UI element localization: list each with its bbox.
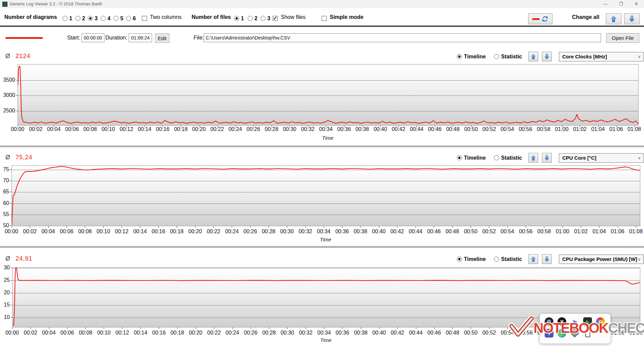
x-axis-tick bbox=[199, 126, 199, 127]
x-axis-tick bbox=[636, 226, 636, 228]
x-axis-tick bbox=[195, 226, 196, 228]
x-axis-tick bbox=[126, 126, 127, 127]
x-axis-label: 00:38 bbox=[353, 229, 368, 235]
x-axis-label: 00:16 bbox=[151, 229, 166, 235]
x-axis-label: 00:44 bbox=[408, 330, 424, 336]
x-axis-tick bbox=[417, 126, 417, 127]
x-axis-label: 00:18 bbox=[169, 229, 184, 235]
x-axis-label: 00:02 bbox=[23, 330, 38, 336]
x-axis-label: 00:28 bbox=[261, 229, 276, 235]
notebookcheck-logo-icon bbox=[509, 316, 534, 340]
x-axis-label: 00:48 bbox=[445, 330, 460, 336]
y-axis-label: 2500 bbox=[0, 108, 15, 114]
x-axis-tick bbox=[253, 126, 254, 127]
x-axis-tick bbox=[453, 126, 453, 127]
y-axis-tick bbox=[10, 169, 11, 170]
y-axis-label: 30 bbox=[0, 265, 10, 271]
x-axis-label: 00:04 bbox=[41, 330, 57, 336]
x-axis-tick bbox=[416, 226, 416, 228]
x-axis-tick bbox=[272, 126, 272, 127]
x-axis-tick bbox=[616, 126, 617, 127]
x-axis-tick bbox=[122, 327, 123, 329]
x-axis-tick bbox=[163, 126, 163, 127]
x-axis-label: 00:40 bbox=[371, 229, 387, 235]
x-axis-label: 00:34 bbox=[316, 229, 331, 235]
x-axis-tick bbox=[416, 327, 416, 329]
x-axis-tick bbox=[471, 126, 471, 127]
x-axis-tick bbox=[12, 327, 13, 329]
x-axis-label: 00:42 bbox=[389, 229, 405, 235]
x-axis-label: 00:32 bbox=[298, 229, 313, 235]
x-axis-tick bbox=[362, 126, 363, 127]
x-axis-tick bbox=[11, 226, 12, 228]
x-axis-label: 00:28 bbox=[261, 330, 277, 336]
notebookcheck-watermark: NOTEBOOKCHECK bbox=[509, 316, 644, 340]
x-axis-label: 01:02 bbox=[573, 229, 589, 235]
y-axis-tick bbox=[10, 317, 12, 318]
x-axis-tick bbox=[526, 226, 526, 228]
x-axis-tick bbox=[232, 327, 233, 329]
y-axis-tick bbox=[10, 293, 12, 293]
x-axis-tick bbox=[398, 126, 399, 127]
x-axis-tick bbox=[48, 226, 49, 228]
x-axis-label: 00:18 bbox=[170, 330, 185, 336]
x-axis-label: 00:00 bbox=[4, 229, 19, 235]
y-axis-tick bbox=[10, 305, 12, 305]
x-axis-tick bbox=[618, 226, 618, 228]
x-axis-tick bbox=[397, 327, 398, 329]
y-axis-label: 10 bbox=[0, 314, 10, 320]
x-axis-tick bbox=[380, 126, 381, 127]
y-axis-tick bbox=[10, 192, 11, 192]
x-axis-label: 00:10 bbox=[96, 330, 112, 336]
x-axis-tick bbox=[72, 126, 72, 127]
x-axis-label: 00:26 bbox=[243, 330, 258, 336]
x-axis-tick bbox=[342, 327, 343, 329]
x-axis-tick bbox=[269, 327, 269, 329]
x-axis-label: 00:12 bbox=[114, 229, 129, 235]
chart-plot[interactable] bbox=[11, 165, 640, 226]
x-axis-label: 00:34 bbox=[316, 330, 332, 336]
x-axis-label: 00:56 bbox=[518, 229, 534, 235]
x-axis-tick bbox=[287, 327, 288, 329]
x-axis-tick bbox=[251, 327, 251, 329]
x-axis-tick bbox=[435, 126, 435, 127]
x-axis-tick bbox=[36, 126, 36, 127]
x-axis-tick bbox=[581, 226, 581, 228]
x-axis-label: 00:30 bbox=[279, 229, 295, 235]
x-axis-label: 00:02 bbox=[22, 229, 38, 235]
x-axis-tick bbox=[158, 226, 159, 228]
series-line bbox=[18, 66, 638, 124]
x-axis-tick bbox=[507, 226, 508, 228]
x-axis-tick bbox=[54, 126, 54, 127]
y-axis-tick bbox=[10, 214, 11, 215]
x-axis-tick bbox=[122, 226, 122, 228]
x-axis-label: 00:06 bbox=[59, 330, 75, 336]
x-axis-tick bbox=[305, 226, 306, 228]
x-axis-tick bbox=[434, 327, 435, 329]
x-axis-tick bbox=[287, 226, 287, 228]
x-axis-label: 00:12 bbox=[115, 330, 130, 336]
x-axis-tick bbox=[217, 126, 218, 127]
x-axis-label: 00:00 bbox=[4, 330, 20, 336]
y-axis-label: 65 bbox=[0, 189, 9, 195]
x-axis-label: 00:36 bbox=[335, 330, 350, 336]
x-axis-tick bbox=[181, 126, 181, 127]
x-axis-label: 00:20 bbox=[188, 330, 203, 336]
x-axis-label: 00:46 bbox=[426, 229, 442, 235]
x-axis-tick bbox=[344, 126, 344, 127]
y-axis-tick bbox=[16, 80, 18, 80]
x-axis-label: 00:16 bbox=[151, 330, 167, 336]
x-axis-label: 00:54 bbox=[500, 229, 515, 235]
x-axis-tick bbox=[342, 226, 342, 228]
charts-layer: 25003000350000:0000:0200:0400:0600:0800:… bbox=[0, 0, 644, 346]
x-axis-label: 00:24 bbox=[224, 229, 240, 235]
generic-log-viewer-window: Generic Log Viewer 3.2 - © 2018 Thomas B… bbox=[0, 0, 644, 346]
x-axis-tick bbox=[489, 226, 489, 228]
x-axis-label: 00:08 bbox=[78, 330, 93, 336]
x-axis-tick bbox=[67, 226, 67, 228]
x-axis-tick bbox=[562, 126, 562, 127]
chart-plot[interactable] bbox=[18, 64, 639, 126]
x-axis-tick bbox=[599, 226, 599, 228]
x-axis-title: Time bbox=[316, 237, 336, 242]
x-axis-tick bbox=[196, 327, 196, 329]
